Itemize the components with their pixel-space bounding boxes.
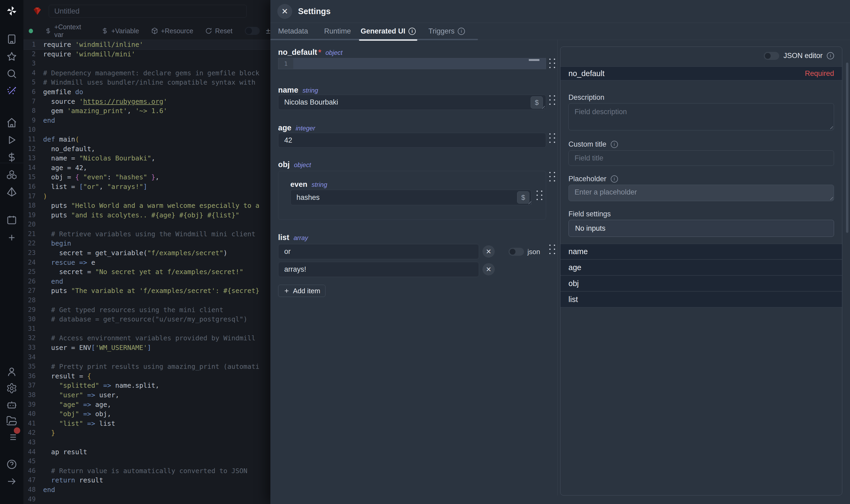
tab-triggers[interactable]: Triggersi <box>429 23 465 40</box>
code-line[interactable]: 7 source 'https://rubygems.org' <box>23 97 270 106</box>
diff-toggle[interactable]: ± <box>266 26 270 35</box>
code-line[interactable]: 41 "list" => list <box>23 419 270 428</box>
drag-handle[interactable] <box>549 133 556 144</box>
code-line[interactable]: 15 obj = { "even": "hashes" }, <box>23 173 270 182</box>
name-field-input[interactable] <box>278 95 546 110</box>
code-line[interactable]: 47 return result <box>23 475 270 485</box>
remove-item-x-button[interactable]: ✕ <box>483 263 495 275</box>
code-line[interactable]: 48end <box>23 485 270 495</box>
editor-scrollbar[interactable] <box>529 59 539 61</box>
folders-open-icon[interactable] <box>6 415 17 426</box>
field-row-name[interactable]: name <box>560 244 842 259</box>
tab-runtime[interactable]: Runtime <box>324 23 351 40</box>
code-line[interactable]: 36 result = { <box>23 372 270 381</box>
reset-button[interactable]: Reset <box>205 27 232 35</box>
remove-item-x-button[interactable]: ✕ <box>483 245 495 257</box>
modal-scrollbar[interactable] <box>846 62 848 233</box>
field-row-list[interactable]: list <box>560 292 842 307</box>
tab-metadata[interactable]: Metadata <box>278 23 308 40</box>
code-line[interactable]: 2require 'windmill/mini' <box>23 50 270 59</box>
runs-play-icon[interactable] <box>6 134 17 146</box>
workspace-building-icon[interactable] <box>6 34 17 45</box>
list-item-input-2[interactable] <box>278 262 479 277</box>
field-row-age[interactable]: age <box>560 260 842 275</box>
custom-title-input[interactable] <box>568 150 834 166</box>
add-context-var-button[interactable]: +Context var <box>45 23 89 39</box>
even-field-input[interactable] <box>290 190 531 205</box>
code-line[interactable]: 29 # Get typed resources using the mini … <box>23 305 270 315</box>
code-line[interactable]: 20 <box>23 220 270 229</box>
code-line[interactable]: 8 gem 'amazing_print', '~> 1.6' <box>23 106 270 116</box>
code-line[interactable]: 38 "user" => user, <box>23 390 270 400</box>
code-line[interactable]: 26 end <box>23 277 270 286</box>
code-line[interactable]: 5# Windmill uses bundler/inline compatib… <box>23 78 270 87</box>
code-line[interactable]: 33 user = ENV['WM_USERNAME'] <box>23 343 270 353</box>
code-line[interactable]: 25 secret = "No secret yet at f/examples… <box>23 267 270 277</box>
add-variable-button[interactable]: +Variable <box>101 27 139 35</box>
editor-mode-toggle[interactable] <box>245 27 260 35</box>
schedules-calendar-icon[interactable] <box>6 215 17 226</box>
code-line[interactable]: 46 # Return value is automatically conve… <box>23 466 270 476</box>
code-line[interactable]: 21 # Retrieve variables using the Windmi… <box>23 229 270 239</box>
ai-robot-icon[interactable] <box>6 399 17 410</box>
json-toggle[interactable] <box>509 248 524 256</box>
placeholder-textarea[interactable] <box>568 185 834 201</box>
code-line[interactable]: 1require 'windmill/inline' <box>23 40 270 50</box>
code-line[interactable]: 45 <box>23 457 270 466</box>
code-line[interactable]: 13 name = "Nicolas Bourbaki", <box>23 154 270 163</box>
code-line[interactable]: 37 "splitted" => name.split, <box>23 381 270 390</box>
home-icon[interactable] <box>6 117 17 128</box>
code-line[interactable]: 16 list = ["or", "arrays!"] <box>23 182 270 192</box>
tab-generated-ui[interactable]: Generated UIi <box>361 23 416 40</box>
close-icon[interactable]: ✕ <box>277 4 292 19</box>
code-line[interactable]: 24 rescue => e <box>23 258 270 267</box>
code-line[interactable]: 44 ap result <box>23 447 270 457</box>
drag-handle[interactable] <box>537 191 543 201</box>
code-line[interactable]: 43 <box>23 438 270 447</box>
help-icon[interactable] <box>6 459 17 470</box>
add-resource-button[interactable]: +Resource <box>151 27 194 35</box>
code-line[interactable]: 17) <box>23 192 270 201</box>
windmill-logo-icon[interactable] <box>6 5 17 17</box>
age-field-input[interactable] <box>278 133 546 148</box>
favorites-star-icon[interactable] <box>6 51 17 62</box>
script-title-input[interactable] <box>49 5 247 18</box>
code-line[interactable]: 42 } <box>23 428 270 438</box>
resources-cubes-icon[interactable] <box>6 169 17 180</box>
user-icon[interactable] <box>6 366 17 377</box>
variables-dollar-icon[interactable] <box>6 152 17 163</box>
add-item-button[interactable]: Add item <box>278 285 325 297</box>
code-line[interactable]: 23 secret = get_variable("f/examples/sec… <box>23 248 270 258</box>
code-line[interactable]: 27 puts "The variable at 'f/examples/sec… <box>23 286 270 295</box>
drag-handle[interactable] <box>549 245 556 255</box>
code-line[interactable]: 10 <box>23 125 270 134</box>
code-line[interactable]: 3 <box>23 59 270 68</box>
add-plus-icon[interactable] <box>6 232 17 243</box>
code-line[interactable]: 14 age = 42, <box>23 163 270 173</box>
code-line[interactable]: 30 # database = get_resource("u/user/my_… <box>23 314 270 324</box>
code-line[interactable]: 18 puts "Hello World and a warm welcome … <box>23 201 270 211</box>
code-editor[interactable]: 1require 'windmill/inline'2require 'wind… <box>23 40 270 504</box>
code-line[interactable]: 12 no_default, <box>23 144 270 154</box>
insert-variable-dollar-button[interactable]: $ <box>517 191 529 203</box>
code-line[interactable]: 28 <box>23 295 270 305</box>
selected-field-row-no-default[interactable]: no_default Required <box>560 67 842 80</box>
code-line[interactable]: 31 <box>23 324 270 334</box>
drag-handle[interactable] <box>549 58 556 69</box>
search-icon[interactable] <box>6 68 17 79</box>
code-line[interactable]: 9end <box>23 116 270 125</box>
code-line[interactable]: 39 "age" => age, <box>23 400 270 410</box>
code-line[interactable]: 4# Dependency management: declare gems i… <box>23 68 270 78</box>
pyramid-icon[interactable] <box>6 186 17 197</box>
code-line[interactable]: 19 puts "and its acolytes.. #{age} #{obj… <box>23 211 270 220</box>
field-row-obj[interactable]: obj <box>560 276 842 291</box>
settings-gear-icon[interactable] <box>6 383 17 394</box>
code-line[interactable]: 40 "obj" => obj, <box>23 409 270 419</box>
code-line[interactable]: 32 # Access environment variables provid… <box>23 334 270 343</box>
code-line[interactable]: 11def main( <box>23 134 270 144</box>
ai-magic-wand-icon[interactable] <box>6 86 17 97</box>
code-line[interactable]: 35 # Pretty print results using amazing_… <box>23 362 270 372</box>
code-line[interactable]: 22 begin <box>23 239 270 248</box>
list-item-input-1[interactable] <box>278 244 479 259</box>
code-line[interactable]: 6gemfile do <box>23 87 270 97</box>
